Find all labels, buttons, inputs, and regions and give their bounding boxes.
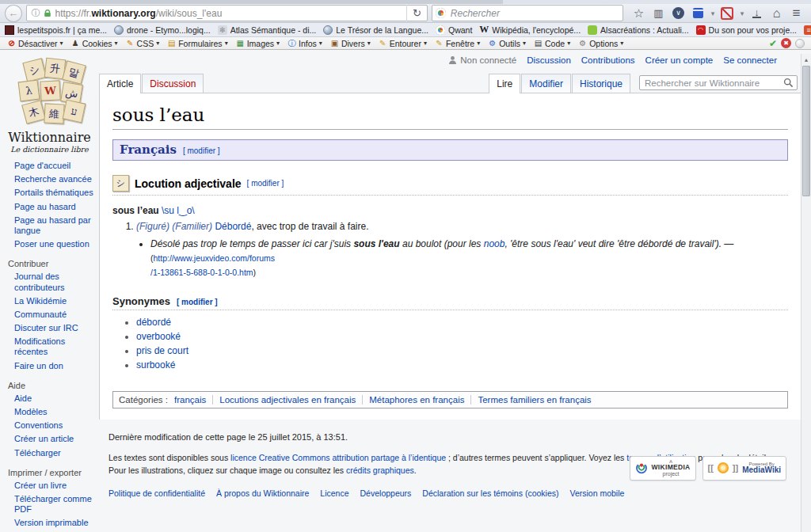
sidebar-link[interactable]: Faire un don — [0, 359, 99, 373]
category-link[interactable]: Métaphores en français — [369, 395, 464, 405]
back-button[interactable]: ← — [5, 5, 22, 22]
url-bar[interactable]: ⓘ https://fr.wiktionary.org/wiki/sous_l'… — [26, 5, 428, 21]
sidebar-link[interactable]: Version imprimable — [0, 516, 99, 530]
devtoolbar-menu[interactable]: Images ▾ — [232, 39, 284, 48]
namespace-tab[interactable]: Article — [99, 74, 141, 93]
home-icon[interactable] — [767, 5, 786, 22]
sidebar-link[interactable]: Journal des contributeurs — [0, 270, 99, 294]
wiki-search-box[interactable] — [639, 75, 798, 90]
category-link[interactable]: français — [174, 395, 206, 405]
bookmark-item[interactable]: lespetitspois.fr | ça me... — [5, 25, 107, 35]
sidebar-link[interactable]: Créer un article — [0, 432, 99, 446]
category-link[interactable]: Locutions adjectivales en français — [219, 395, 356, 405]
sidebar-link[interactable]: Poser une question — [0, 238, 99, 251]
dropdown-icon[interactable] — [708, 5, 718, 22]
bookmark-item[interactable]: Du son pour vos proje... — [696, 25, 797, 35]
devtoolbar-menu[interactable]: Divers ▾ — [326, 39, 375, 48]
devtoolbar-menu[interactable]: Entourer ▾ — [375, 39, 431, 48]
sidebar-link[interactable]: Discuter sur IRC — [0, 321, 99, 335]
page-scrollbar[interactable]: ▲ — [801, 54, 811, 532]
save-icon[interactable] — [688, 5, 708, 22]
view-tab[interactable]: Lire — [489, 74, 520, 93]
wiktionary-logo[interactable]: シ升말λWش木維ע Wiktionnaire Le dictionnaire l… — [0, 54, 99, 154]
sidebar-link[interactable]: Télécharger — [0, 446, 99, 460]
scrollbar-thumb[interactable] — [802, 66, 810, 196]
bookmark-item[interactable]: Atlas Sémantique - di... — [218, 25, 317, 35]
footer-link[interactable]: Licence — [320, 488, 348, 498]
personal-link[interactable]: Créer un compte — [645, 55, 714, 65]
sidebar-link[interactable]: Modifications récentes — [0, 335, 99, 359]
dropdown-icon[interactable] — [737, 5, 747, 22]
devtoolbar-menu[interactable]: Code ▾ — [530, 39, 574, 48]
synonym-link[interactable]: overbooké — [136, 331, 181, 342]
edit-section-link[interactable]: [ modifier ] — [177, 298, 218, 306]
devtoolbar-menu[interactable]: Cookies ▾ — [67, 39, 122, 48]
star-icon[interactable] — [629, 5, 649, 22]
sidebar-link[interactable]: Portails thématiques — [0, 186, 99, 200]
footer-link[interactable]: Version mobile — [569, 488, 624, 498]
search-engine-icon[interactable] — [436, 8, 446, 18]
bookmark-item[interactable]: Solutions Numériques... — [804, 25, 811, 35]
sidebar-link[interactable]: Communauté — [0, 308, 99, 321]
devtoolbar-menu[interactable]: Outils ▾ — [484, 39, 530, 48]
license-link[interactable]: licence Creative Commons attribution par… — [230, 453, 446, 462]
sidebar-link[interactable]: Créer un livre — [0, 479, 99, 492]
category-link[interactable]: Termes familiers en français — [478, 395, 591, 405]
addon-icon[interactable] — [718, 5, 737, 22]
browser-search-input[interactable] — [449, 7, 619, 20]
personal-link[interactable]: Discussion — [527, 55, 571, 65]
reload-button[interactable]: ↻ — [406, 5, 427, 21]
figure-label-link[interactable]: (Figuré) — [136, 221, 169, 232]
scroll-up-arrow[interactable]: ▲ — [801, 54, 811, 65]
search-icon[interactable] — [783, 78, 794, 88]
devtoolbar-menu[interactable]: CSS ▾ — [122, 39, 164, 48]
bookmarks-icon[interactable] — [649, 5, 668, 22]
personal-link[interactable]: Contributions — [581, 55, 635, 65]
synonym-link[interactable]: pris de court — [136, 345, 188, 356]
sidebar-link[interactable]: Conventions — [0, 419, 99, 432]
sidebar-link[interactable]: La Wikidémie — [0, 294, 99, 308]
sidebar-link[interactable]: Télécharger comme PDF — [0, 492, 99, 516]
wikimedia-badge[interactable]: A WIKIMEDIA project — [630, 456, 696, 481]
view-tab[interactable]: Modifier — [521, 74, 571, 93]
noob-link[interactable]: noob — [484, 238, 505, 249]
validation-ok-icon[interactable]: ✔ — [769, 38, 777, 49]
sidebar-link[interactable]: Modèles — [0, 405, 99, 419]
devtoolbar-menu[interactable]: Fenêtre ▾ — [431, 39, 484, 48]
edit-section-link[interactable]: [ modifier ] — [247, 179, 284, 188]
sidebar-link[interactable]: Recherche avancée — [0, 173, 99, 186]
sidebar-link[interactable]: Page au hasard — [0, 200, 99, 214]
bookmark-item[interactable]: Le Trésor de la Langue... — [323, 25, 428, 35]
wiki-search-input[interactable] — [643, 78, 783, 89]
credits-link[interactable]: crédits graphiques — [346, 466, 414, 475]
validation-error-icon[interactable]: ✖ — [781, 38, 791, 48]
mediawiki-badge[interactable]: [[ ]] Powered By MediaWiki — [702, 456, 786, 481]
devtoolbar-menu[interactable]: Options ▾ — [574, 39, 627, 48]
synonym-link[interactable]: débordé — [136, 317, 171, 328]
menu-icon[interactable] — [786, 5, 806, 22]
download-icon[interactable] — [747, 5, 767, 22]
sidebar-link[interactable]: Page au hasard par langue — [0, 214, 99, 238]
source-url-link[interactable]: /1-13861-5-688-0-1-0-0.htm — [150, 268, 253, 277]
footer-link[interactable]: Développeurs — [360, 488, 412, 498]
pocket-icon[interactable] — [668, 5, 688, 22]
synonym-link[interactable]: surbooké — [136, 359, 175, 370]
source-url-link[interactable]: http://www.jeuxvideo.com/forums — [154, 253, 275, 263]
devtoolbar-menu[interactable]: Infos ▾ — [284, 39, 326, 48]
namespace-tab[interactable]: Discussion — [142, 74, 204, 93]
sidebar-link[interactable]: Aide — [0, 392, 99, 405]
footer-link[interactable]: À propos du Wiktionnaire — [216, 488, 309, 498]
devtoolbar-menu[interactable]: Désactiver ▾ — [3, 39, 67, 48]
definition-link[interactable]: Débordé — [215, 221, 251, 232]
devtoolbar-menu[interactable]: Formulaires ▾ — [163, 39, 231, 48]
browser-search-bar[interactable] — [432, 5, 623, 21]
footer-link[interactable]: Déclaration sur les témoins (cookies) — [422, 488, 558, 498]
view-tab[interactable]: Historique — [572, 74, 630, 93]
familier-label-link[interactable]: (Familier) — [172, 221, 212, 232]
personal-link[interactable]: Se connecter — [723, 55, 777, 65]
edit-section-link[interactable]: [ modifier ] — [183, 146, 220, 155]
footer-link[interactable]: Politique de confidentialité — [109, 488, 205, 498]
bookmark-item[interactable]: Wikipédia, l'encyclopé... — [479, 25, 581, 35]
bookmark-item[interactable]: Qwant — [436, 25, 472, 35]
pronunciation-link[interactable]: \su l‿o\ — [162, 205, 195, 216]
